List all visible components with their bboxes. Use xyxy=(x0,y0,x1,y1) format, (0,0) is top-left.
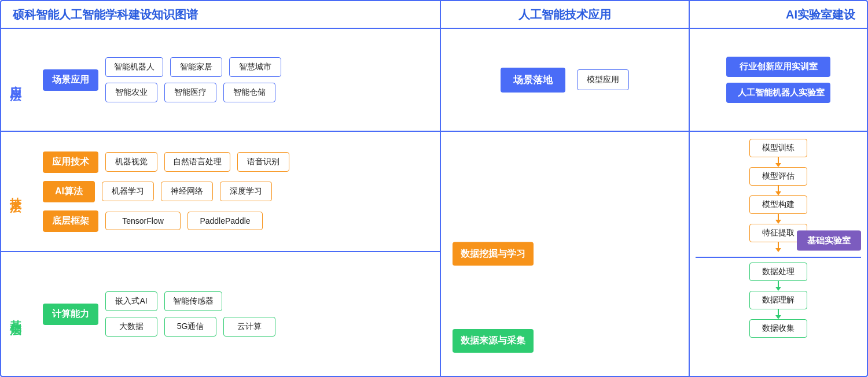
flow-box-model-eval: 模型评估 xyxy=(749,167,807,186)
app-boxes-row1: 智能机器人 智能家居 智慧城市 xyxy=(105,57,281,77)
applied-tech-boxes: 机器视觉 自然语言处理 语音识别 xyxy=(105,152,289,172)
box-tensorflow: TensorFlow xyxy=(105,212,181,230)
box-intelligent-robot: 智能机器人 xyxy=(105,57,163,77)
tag-compute-power: 计算能力 xyxy=(43,304,98,325)
tech-row-framework: 底层框架 TensorFlow PaddlePaddle xyxy=(43,210,428,232)
box-ml: 机器学习 xyxy=(102,182,154,201)
flow-box-model-build: 模型构建 xyxy=(749,195,807,214)
mid-tag-datamining: 数据挖掘与学习 xyxy=(453,242,534,266)
flow-item-data-collect: 数据收集 xyxy=(749,319,807,338)
base-layer: 基础层 计算能力 嵌入式AI 智能传感器 大数据 5 xyxy=(1,252,440,376)
box-smart-sensor: 智能传感器 xyxy=(164,291,222,311)
box-5g: 5G通信 xyxy=(164,317,216,337)
base-row-main: 计算能力 嵌入式AI 智能传感器 大数据 5G通信 云计算 xyxy=(43,291,428,337)
app-layer-label: 应用层 xyxy=(5,71,28,89)
tag-base-framework: 底层框架 xyxy=(43,210,98,232)
flow-item-model-build: 模型构建 xyxy=(749,195,807,214)
right-panel: 行业创新应用实训室 人工智能机器人实验室 基础实验室 xyxy=(690,29,867,376)
box-dl: 深度学习 xyxy=(220,182,272,201)
right-panel-inner: 行业创新应用实训室 人工智能机器人实验室 基础实验室 xyxy=(690,29,867,376)
app-boxes-row2: 智能农业 智能医疗 智能仓储 xyxy=(105,83,281,102)
box-smart-medical: 智能医疗 xyxy=(164,83,216,102)
flow-box-model-train: 模型训练 xyxy=(749,139,807,157)
tech-layer: 技术层 应用技术 机器视觉 自然语言处理 语音识别 xyxy=(1,132,440,252)
algorithm-boxes: 机器学习 神经网络 深度学习 xyxy=(102,182,272,201)
flow-connector-6 xyxy=(775,309,781,319)
box-cloud: 云计算 xyxy=(223,317,275,337)
flow-item-data-understand: 数据理解 xyxy=(749,291,807,309)
right-lab-label: 基础实验室 xyxy=(797,231,861,251)
main-container: 硕科智能人工智能学科建设知识图谱 人工智能技术应用 AI实验室建设 应用层 场景… xyxy=(0,0,868,377)
flow-connector-5 xyxy=(775,281,781,291)
flow-box-data-collect: 数据收集 xyxy=(749,319,807,338)
box-embedded-ai: 嵌入式AI xyxy=(105,291,157,311)
mid-panel-inner: 场景落地 模型应用 数据挖掘与学习 数据来源与采集 xyxy=(441,29,689,376)
right-flow-area: 基础实验室 模型训练 xyxy=(690,132,867,376)
flow-item-model-train: 模型训练 xyxy=(749,139,807,157)
header-title-mid: 人工智能技术应用 xyxy=(518,7,611,23)
app-layer-content: 场景应用 智能机器人 智能家居 智慧城市 智能农业 智能医疗 智能仓储 xyxy=(31,29,440,131)
flow-connector-1 xyxy=(775,157,781,167)
box-smart-city: 智慧城市 xyxy=(229,57,281,77)
right-app-box1: 行业创新应用实训室 xyxy=(726,57,830,77)
tech-row-algorithm: AI算法 机器学习 神经网络 深度学习 xyxy=(43,181,428,202)
box-nn: 神经网络 xyxy=(161,182,213,201)
framework-boxes: TensorFlow PaddlePaddle xyxy=(105,212,263,230)
header: 硕科智能人工智能学科建设知识图谱 人工智能技术应用 AI实验室建设 xyxy=(1,1,867,29)
base-boxes-row1: 嵌入式AI 智能传感器 xyxy=(105,291,275,311)
right-app-row: 行业创新应用实训室 人工智能机器人实验室 xyxy=(690,29,867,132)
tech-row-applied: 应用技术 机器视觉 自然语言处理 语音识别 xyxy=(43,151,428,173)
content-area: 应用层 场景应用 智能机器人 智能家居 智慧城市 智 xyxy=(1,29,867,376)
box-paddlepaddle: PaddlePaddle xyxy=(187,212,263,230)
mid-model-app-box: 模型应用 xyxy=(577,69,629,90)
mid-flow-row: 数据挖掘与学习 数据来源与采集 xyxy=(441,132,689,376)
box-asr: 语音识别 xyxy=(237,152,289,172)
tag-applied-tech: 应用技术 xyxy=(43,151,98,173)
left-panel: 应用层 场景应用 智能机器人 智能家居 智慧城市 智 xyxy=(1,29,441,376)
flow-box-data-understand: 数据理解 xyxy=(749,291,807,309)
app-row-main: 场景应用 智能机器人 智能家居 智慧城市 智能农业 智能医疗 智能仓储 xyxy=(43,57,428,102)
app-tag: 场景应用 xyxy=(43,69,98,91)
flow-box-data-process: 数据处理 xyxy=(749,263,807,281)
base-layer-label: 基础层 xyxy=(5,305,28,323)
header-left: 硕科智能人工智能学科建设知识图谱 xyxy=(1,1,441,28)
flow-item-model-eval: 模型评估 xyxy=(749,167,807,186)
mid-tag-datasource: 数据来源与采集 xyxy=(453,329,534,353)
box-smart-home: 智能家居 xyxy=(170,57,222,77)
base-layer-content: 计算能力 嵌入式AI 智能传感器 大数据 5G通信 云计算 xyxy=(31,252,440,376)
box-bigdata: 大数据 xyxy=(105,317,157,337)
box-cv: 机器视觉 xyxy=(105,152,157,172)
flow-connector-4 xyxy=(775,242,781,252)
base-boxes-row2: 大数据 5G通信 云计算 xyxy=(105,317,275,337)
box-smart-warehouse: 智能仓储 xyxy=(223,83,275,102)
tag-ai-algorithm: AI算法 xyxy=(43,181,95,202)
header-title-main: 硕科智能人工智能学科建设知识图谱 xyxy=(13,7,198,23)
box-smart-agriculture: 智能农业 xyxy=(105,83,157,102)
right-app-box2: 人工智能机器人实验室 xyxy=(726,83,830,103)
header-right: AI实验室建设 xyxy=(690,1,867,28)
base-boxes: 嵌入式AI 智能传感器 大数据 5G通信 云计算 xyxy=(105,291,275,337)
flow-connector-2 xyxy=(775,186,781,195)
mid-tag-scene: 场景落地 xyxy=(501,68,565,93)
tech-layer-label: 技术层 xyxy=(5,182,28,201)
flow-connector-3 xyxy=(775,214,781,224)
app-boxes: 智能机器人 智能家居 智慧城市 智能农业 智能医疗 智能仓储 xyxy=(105,57,281,102)
header-mid: 人工智能技术应用 xyxy=(441,1,690,28)
app-layer: 应用层 场景应用 智能机器人 智能家居 智慧城市 智 xyxy=(1,29,440,132)
header-title-right: AI实验室建设 xyxy=(786,7,855,23)
mid-panel: 场景落地 模型应用 数据挖掘与学习 数据来源与采集 xyxy=(441,29,690,376)
tech-layer-content: 应用技术 机器视觉 自然语言处理 语音识别 AI算法 机器学习 神经网络 xyxy=(31,132,440,251)
mid-app-row: 场景落地 模型应用 xyxy=(441,29,689,132)
flow-item-data-process: 数据处理 xyxy=(749,263,807,281)
box-nlp: 自然语言处理 xyxy=(164,152,230,172)
